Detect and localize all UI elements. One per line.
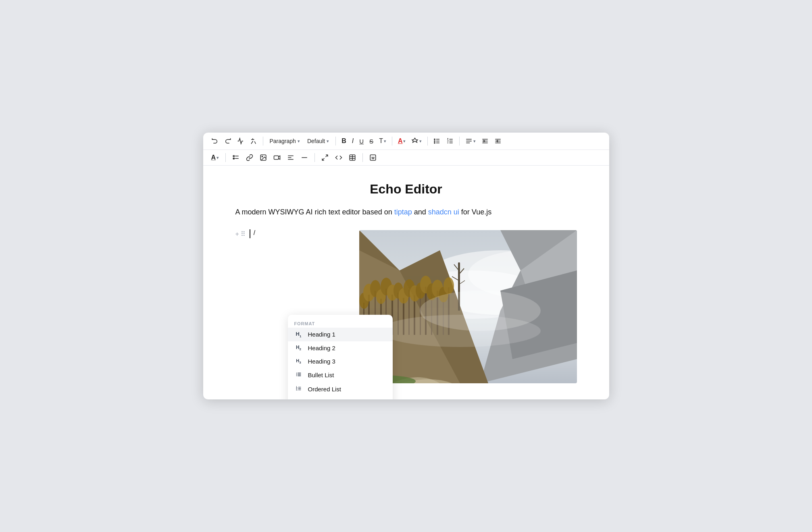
editor-content: Echo Editor A modern WYSIWYG AI rich tex… — [203, 166, 609, 399]
svg-point-27 — [262, 156, 262, 157]
redo-button[interactable] — [222, 136, 234, 146]
ordered-list-label: Ordered List — [308, 386, 341, 393]
divider3 — [392, 137, 392, 145]
heading2-icon: H2 — [294, 345, 303, 351]
menu-item-heading1[interactable]: H1 Heading 1 — [288, 328, 393, 341]
font-size-chevron-icon: ▾ — [217, 156, 219, 160]
toolbar-row1: Paragraph ▾ Default ▾ B I U S T ▾ A ▾ ▾ — [203, 133, 609, 150]
font-color-button[interactable]: A ▾ — [396, 136, 408, 146]
heading2-label: Heading 2 — [308, 345, 335, 351]
svg-line-34 — [322, 158, 324, 160]
svg-point-45 — [296, 375, 297, 376]
editor-window: Paragraph ▾ Default ▾ B I U S T ▾ A ▾ ▾ — [203, 133, 609, 399]
hr-button[interactable] — [298, 152, 310, 163]
drag-handle-icon[interactable]: ⠿ — [241, 230, 246, 238]
paragraph-chevron-icon: ▾ — [298, 139, 300, 144]
slash-command-text: / — [254, 229, 255, 237]
align-chevron-icon: ▾ — [473, 139, 476, 143]
menu-item-heading2[interactable]: H2 Heading 2 — [288, 341, 393, 355]
text-cursor — [250, 229, 250, 238]
heading1-label: Heading 1 — [308, 331, 335, 338]
bullet-list-button[interactable] — [431, 136, 443, 146]
paint-format-button[interactable] — [235, 136, 247, 146]
heading1-icon: H1 — [294, 331, 303, 338]
ordered-list-icon: 1.2.3. — [294, 385, 303, 393]
editor-title: Echo Editor — [235, 182, 577, 197]
italic-button[interactable]: I — [350, 136, 356, 146]
divider1 — [263, 137, 263, 145]
svg-point-41 — [296, 372, 297, 373]
tiptap-link[interactable]: tiptap — [394, 208, 412, 216]
video-button[interactable] — [271, 152, 283, 163]
bullet-list-label: Bullet List — [308, 372, 334, 378]
underline-button[interactable]: U — [357, 137, 366, 146]
toolbar-row2: A ▾ W — [203, 150, 609, 166]
svg-point-116 — [379, 315, 541, 347]
svg-text:W: W — [371, 156, 375, 160]
font-size-button[interactable]: A ▾ — [209, 153, 222, 162]
menu-item-ordered-list[interactable]: 1.2.3. Ordered List — [288, 382, 393, 396]
format-section-label: FORMAT — [288, 319, 393, 328]
style-dropdown[interactable]: Default ▾ — [304, 136, 332, 146]
table-insert-toolbar-button[interactable] — [346, 152, 358, 163]
divider6 — [225, 153, 226, 162]
heading3-icon: H3 — [294, 358, 303, 364]
undo-button[interactable] — [209, 136, 221, 146]
svg-point-112 — [443, 277, 454, 294]
code-block-toolbar-button[interactable] — [333, 152, 345, 163]
link-button[interactable] — [244, 152, 256, 163]
strikethrough-button[interactable]: S — [367, 137, 376, 146]
bullet-list-icon — [294, 371, 303, 379]
slash-menu: FORMAT H1 Heading 1 H2 Heading 2 H3 Head… — [288, 315, 393, 399]
menu-item-bullet-list[interactable]: Bullet List — [288, 368, 393, 382]
svg-point-7 — [434, 141, 435, 141]
fullscreen-button[interactable] — [319, 152, 331, 163]
text-style-button[interactable]: T ▾ — [377, 136, 389, 146]
checklist-button[interactable] — [230, 152, 242, 163]
highlight-button[interactable]: ▾ — [409, 136, 424, 146]
shadcn-link[interactable]: shadcn ui — [428, 208, 459, 216]
divider7 — [314, 153, 315, 162]
divider5 — [459, 137, 460, 145]
divider8 — [362, 153, 363, 162]
clear-format-button[interactable] — [248, 136, 260, 146]
text-style-chevron-icon: ▾ — [384, 139, 386, 143]
editor-subtitle: A modern WYSIWYG AI rich text editor bas… — [235, 208, 577, 216]
menu-item-task-list[interactable]: Task List — [288, 396, 393, 399]
word-button[interactable]: W — [367, 152, 379, 163]
line-controls: + ⠿ — [235, 230, 246, 238]
divider4 — [427, 137, 428, 145]
align-left-button[interactable] — [285, 152, 297, 163]
outdent-button[interactable] — [492, 136, 504, 146]
menu-item-heading3[interactable]: H3 Heading 3 — [288, 355, 393, 368]
svg-point-43 — [296, 374, 297, 375]
indent-button[interactable] — [479, 136, 491, 146]
ordered-list-button[interactable] — [444, 136, 456, 146]
paragraph-dropdown[interactable]: Paragraph ▾ — [267, 136, 303, 146]
svg-line-2 — [251, 141, 253, 144]
svg-line-33 — [326, 155, 328, 157]
bold-button[interactable]: B — [339, 136, 349, 146]
align-button[interactable]: ▾ — [463, 136, 478, 146]
add-block-icon[interactable]: + — [235, 231, 239, 238]
divider2 — [335, 137, 336, 145]
image-insert-button[interactable] — [257, 152, 269, 163]
style-chevron-icon: ▾ — [327, 139, 329, 144]
svg-text:3.: 3. — [296, 389, 298, 391]
color-chevron-icon: ▾ — [403, 139, 406, 143]
svg-rect-28 — [274, 156, 279, 160]
heading3-label: Heading 3 — [308, 358, 335, 365]
svg-point-6 — [434, 139, 435, 139]
highlight-chevron-icon: ▾ — [419, 139, 422, 143]
svg-point-8 — [434, 142, 435, 143]
